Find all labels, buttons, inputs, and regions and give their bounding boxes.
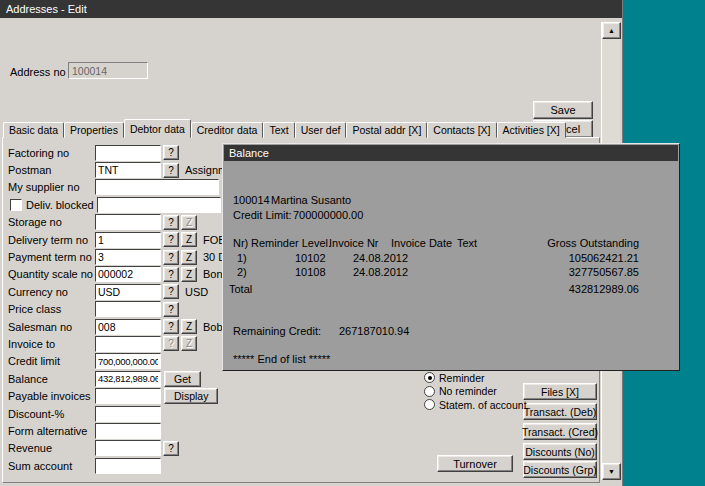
deliv-blocked-checkbox[interactable] — [10, 199, 22, 211]
form-row-price-class: Price class ? — [8, 301, 229, 318]
storage-no-zoom-button: Z — [181, 215, 197, 230]
radio-reminder[interactable]: Reminder — [424, 371, 527, 385]
popup-col-invoice-date: Invoice Date — [391, 237, 452, 249]
popup-credit-limit-value: 700000000.00 — [293, 209, 363, 221]
credit-limit-input[interactable] — [95, 353, 161, 369]
tab-creditor-data[interactable]: Creditor data — [191, 122, 264, 138]
save-button[interactable]: Save — [533, 101, 593, 119]
tab-text[interactable]: Text — [263, 122, 294, 138]
field-label: Credit limit — [8, 355, 95, 367]
tab-activities[interactable]: Activities [X] — [497, 122, 566, 138]
field-label: Revenue — [8, 442, 95, 454]
tab-debtor-data[interactable]: Debtor data — [124, 119, 191, 138]
popup-row-gross: 327750567.85 — [523, 266, 639, 278]
field-label: Price class — [8, 303, 95, 315]
form-row-credit-limit: Credit limit — [8, 353, 229, 370]
quantity-scale-no-input[interactable] — [95, 266, 161, 282]
popup-row-invoice: 10102 — [295, 252, 326, 264]
balance-popup-title: Balance — [229, 147, 269, 159]
display-invoices-button[interactable]: Display — [164, 388, 218, 404]
deliv-blocked-note-input[interactable] — [97, 197, 221, 213]
price-class-input[interactable] — [95, 301, 161, 317]
files-button[interactable]: Files [X] — [523, 383, 597, 400]
window-titlebar[interactable]: Addresses - Edit — [0, 0, 622, 18]
transact-cred-button[interactable]: Transact. (Cred) — [523, 423, 597, 440]
popup-account-no: 100014 — [233, 194, 270, 206]
scroll-up-icon[interactable]: ▲ — [602, 22, 621, 39]
sum-account-input[interactable] — [95, 458, 161, 474]
storage-no-lookup-button[interactable]: ? — [163, 215, 179, 230]
delivery-term-lookup-button[interactable]: ? — [163, 232, 179, 247]
my-supplier-no-input[interactable] — [95, 179, 219, 195]
factoring-no-lookup-button[interactable]: ? — [163, 145, 179, 160]
balance-popup-titlebar[interactable]: Balance — [224, 145, 678, 161]
salesman-zoom-button[interactable]: Z — [181, 319, 197, 334]
form-row-currency-no: Currency no ? USD — [8, 283, 229, 300]
tab-user-def[interactable]: User def — [295, 122, 347, 138]
turnover-button[interactable]: Turnover — [437, 455, 513, 472]
popup-col-reminder-level: Reminder Level. — [251, 237, 331, 249]
salesman-description: Bob — [203, 321, 223, 333]
quantity-scale-zoom-button[interactable]: Z — [181, 267, 197, 282]
radio-statement-of-account[interactable]: Statem. of account — [424, 398, 527, 412]
invoice-to-input[interactable] — [95, 336, 161, 352]
radio-label: Statem. of account — [439, 399, 527, 411]
field-label: Factoring no — [8, 147, 95, 159]
scroll-down-icon[interactable]: ▼ — [602, 463, 621, 480]
transact-deb-button[interactable]: Transact. (Deb) — [523, 403, 597, 420]
field-label: Delivery term no — [8, 234, 95, 246]
tab-basic-data[interactable]: Basic data — [3, 122, 64, 138]
field-label: Currency no — [8, 286, 95, 298]
postman-input[interactable] — [95, 162, 161, 178]
debtor-form: Factoring no ? Postman ? Assignm My supp… — [8, 144, 229, 474]
storage-no-input[interactable] — [95, 214, 161, 230]
currency-lookup-button[interactable]: ? — [163, 284, 179, 299]
payment-term-lookup-button[interactable]: ? — [163, 250, 179, 265]
field-label: Storage no — [8, 216, 95, 228]
discount-percent-input[interactable] — [95, 406, 161, 422]
radio-icon[interactable] — [424, 386, 435, 397]
revenue-lookup-button[interactable]: ? — [163, 441, 179, 456]
form-alternative-input[interactable] — [95, 423, 161, 439]
factoring-no-input[interactable] — [95, 145, 161, 161]
radio-icon[interactable] — [424, 399, 435, 410]
salesman-no-input[interactable] — [95, 319, 161, 335]
payable-invoices-input[interactable] — [95, 388, 161, 404]
popup-col-text: Text — [457, 237, 477, 249]
tab-strip: Basic data Properties Debtor data Credit… — [3, 119, 566, 138]
payment-term-no-input[interactable] — [95, 249, 161, 265]
delivery-term-zoom-button[interactable]: Z — [181, 232, 197, 247]
revenue-input[interactable] — [95, 440, 161, 456]
field-label: Balance — [8, 373, 95, 385]
reminder-radio-group: Reminder No reminder Statem. of account — [424, 371, 527, 412]
discounts-no-button[interactable]: Discounts (No) — [523, 443, 597, 460]
popup-row-gross: 105062421.21 — [523, 252, 639, 264]
radio-no-reminder[interactable]: No reminder — [424, 385, 527, 399]
radio-label: Reminder — [439, 372, 485, 384]
tab-postal-addr[interactable]: Postal addr [X] — [346, 122, 427, 138]
form-row-sum-account: Sum account — [8, 457, 229, 474]
get-balance-button[interactable]: Get — [164, 371, 201, 387]
field-label: Quantity scale no — [8, 268, 95, 280]
field-label: Form alternative — [8, 425, 95, 437]
tab-properties[interactable]: Properties — [64, 122, 124, 138]
postman-lookup-button[interactable]: ? — [163, 163, 179, 178]
field-label: Discount-% — [8, 408, 95, 420]
salesman-lookup-button[interactable]: ? — [163, 319, 179, 334]
field-label: Postman — [8, 164, 95, 176]
price-class-lookup-button[interactable]: ? — [163, 302, 179, 317]
form-row-revenue: Revenue ? — [8, 440, 229, 457]
field-label: My supplier no — [8, 181, 95, 193]
currency-no-input[interactable] — [95, 284, 161, 300]
balance-input[interactable] — [95, 371, 161, 387]
popup-col-invoice-nr: Invoice Nr — [329, 237, 379, 249]
delivery-term-no-input[interactable] — [95, 232, 161, 248]
form-row-delivery-term-no: Delivery term no ? Z FOB — [8, 231, 229, 248]
payment-term-zoom-button[interactable]: Z — [181, 250, 197, 265]
field-label: Invoice to — [8, 338, 95, 350]
radio-selected-icon[interactable] — [424, 372, 435, 383]
quantity-scale-lookup-button[interactable]: ? — [163, 267, 179, 282]
discounts-grp-button[interactable]: Discounts (Grp) — [523, 461, 597, 478]
tab-contacts[interactable]: Contacts [X] — [427, 122, 496, 138]
form-row-discount-percent: Discount-% — [8, 405, 229, 422]
